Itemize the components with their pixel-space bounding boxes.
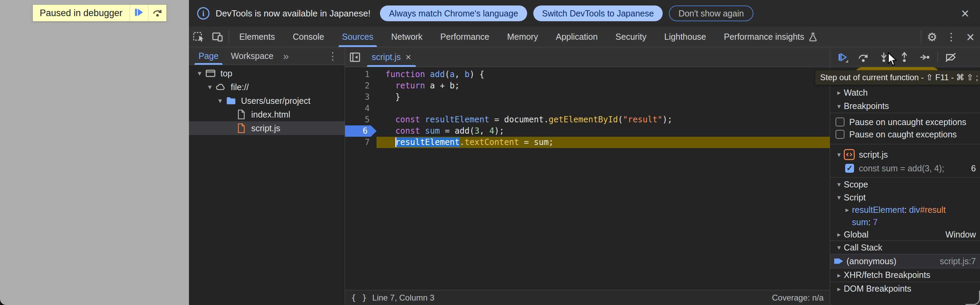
more-tabs-chevron-icon[interactable]: » <box>281 50 291 62</box>
xhr-breakpoints-header[interactable]: ▸XHR/fetch Breakpoints <box>830 268 980 282</box>
scope-script-group[interactable]: ▾Script <box>830 191 980 204</box>
tree-caret-icon[interactable]: ▾ <box>205 83 215 91</box>
devtools-main-toolbar: ElementsConsoleSourcesNetworkPerformance… <box>189 27 980 47</box>
resume-button[interactable] <box>834 50 852 65</box>
infobar-close-icon[interactable]: × <box>958 6 972 20</box>
code-line-2[interactable]: 2 return a + b; <box>345 80 830 91</box>
line-number-5[interactable]: 5 <box>345 114 377 125</box>
dom-breakpoints-header[interactable]: ▸DOM Breakpoints <box>830 282 980 295</box>
webpage-background: Paused in debugger <box>0 0 189 305</box>
scope-var-sum[interactable]: sum: 7 <box>830 216 980 228</box>
breakpoint-marker-line-6[interactable]: 6 <box>345 125 377 137</box>
line-content: } <box>377 91 830 103</box>
info-icon: i <box>197 7 210 19</box>
code-line-4[interactable]: 4 <box>345 103 830 114</box>
breakpoint-file-group[interactable]: ▾ script.js <box>830 148 980 161</box>
tab-label: Console <box>293 32 324 42</box>
scope-global-group[interactable]: ▸ Global Window <box>830 228 980 241</box>
breakpoint-list: ▾ script.js ✓ const sum = add(3, 4); 6 <box>830 144 980 177</box>
line-number-1[interactable]: 1 <box>345 69 377 80</box>
devtools-tabs: ElementsConsoleSourcesNetworkPerformance… <box>231 27 827 47</box>
breakpoint-entry-row[interactable]: ✓ const sum = add(3, 4); 6 <box>830 161 980 175</box>
kebab-menu-icon[interactable]: ⋮ <box>942 27 961 47</box>
callstack-frame-row[interactable]: (anonymous) script.js:7 <box>830 254 980 268</box>
tree-item-index-html[interactable]: index.html <box>189 108 345 121</box>
line-number-4[interactable]: 4 <box>345 103 377 114</box>
tree-item-label: Users/user/project <box>241 96 310 106</box>
tree-caret-icon[interactable]: ▾ <box>215 97 225 105</box>
tab-page[interactable]: Page <box>194 47 223 65</box>
tree-item-label: script.js <box>251 123 280 133</box>
step-over-icon <box>152 7 163 19</box>
tree-item-users-user-project[interactable]: ▾Users/user/project <box>189 94 345 108</box>
resume-icon <box>134 7 144 19</box>
tab-label: Elements <box>239 32 275 42</box>
step-over-button[interactable] <box>854 50 872 65</box>
tree-item-script-js[interactable]: script.js <box>189 121 345 135</box>
tab-sources[interactable]: Sources <box>333 27 382 47</box>
tab-security[interactable]: Security <box>606 27 655 47</box>
code-line-1[interactable]: 1function add(a, b) { <box>345 69 830 80</box>
tab-network[interactable]: Network <box>382 27 432 47</box>
line-content: return a + b; <box>377 80 830 91</box>
pause-caught-exceptions-row[interactable]: Pause on caught exceptions <box>830 128 980 141</box>
folder-icon <box>225 95 237 107</box>
match-chrome-language-button[interactable]: Always match Chrome's language <box>380 5 527 21</box>
tab-label: Performance <box>440 32 489 42</box>
tree-item-label: index.html <box>251 110 290 120</box>
debugger-sidebar: ▸Watch ▾Breakpoints Pause on uncaught ex… <box>830 47 980 305</box>
step-into-button[interactable] <box>875 50 893 65</box>
navigator-kebab-icon[interactable]: ⋮ <box>326 50 340 62</box>
tab-application[interactable]: Application <box>547 27 606 47</box>
code-line-5[interactable]: 5 const resultElement = document.getElem… <box>345 114 830 125</box>
code-line-3[interactable]: 3 } <box>345 91 830 103</box>
scope-section-header[interactable]: ▾Scope <box>830 177 980 191</box>
tab-performance[interactable]: Performance <box>431 27 498 47</box>
toggle-navigator-icon[interactable] <box>345 47 365 67</box>
step-out-tooltip: Step out of current function - ⇧ F11 - ⌘… <box>815 70 980 85</box>
breakpoint-line-number: 6 <box>971 163 976 173</box>
uncaught-checkbox[interactable] <box>835 118 845 126</box>
inspect-element-icon[interactable] <box>189 27 208 47</box>
tree-item-file-[interactable]: ▾file:// <box>189 80 345 94</box>
watch-section-header[interactable]: ▸Watch <box>830 86 980 99</box>
scope-var-resultelement[interactable]: ▸ resultElement: div#result <box>830 204 980 216</box>
tab-elements[interactable]: Elements <box>231 27 284 47</box>
tree-item-top[interactable]: ▾top <box>189 67 345 80</box>
device-toolbar-icon[interactable] <box>208 27 227 47</box>
step-button[interactable] <box>916 50 934 65</box>
pause-uncaught-exceptions-row[interactable]: Pause on uncaught exceptions <box>830 116 980 128</box>
deactivate-breakpoints-button[interactable] <box>941 50 960 65</box>
tree-caret-icon[interactable]: ▾ <box>194 69 205 77</box>
step-over-banner-button[interactable] <box>148 5 166 21</box>
code-line-7[interactable]: 7 resultElement.textContent = sum; <box>345 137 830 148</box>
step-out-button[interactable] <box>895 50 913 65</box>
code-area[interactable]: 1function add(a, b) {2 return a + b;3 }4… <box>345 67 830 290</box>
line-number-2[interactable]: 2 <box>345 80 377 91</box>
tab-lighthouse[interactable]: Lighthouse <box>655 27 715 47</box>
code-editor-pane: script.js × 1function add(a, b) {2 retur… <box>345 47 830 305</box>
tab-console[interactable]: Console <box>284 27 333 47</box>
pretty-print-icon[interactable]: { } <box>351 293 368 302</box>
tab-workspace[interactable]: Workspace <box>226 47 278 65</box>
line-number-3[interactable]: 3 <box>345 91 377 103</box>
callstack-section-header[interactable]: ▾Call Stack <box>830 241 980 254</box>
resume-script-button[interactable] <box>129 5 148 21</box>
switch-devtools-japanese-button[interactable]: Switch DevTools to Japanese <box>533 5 663 21</box>
line-content: function add(a, b) { <box>377 69 830 80</box>
dont-show-again-button[interactable]: Don't show again <box>669 5 753 21</box>
tab-memory[interactable]: Memory <box>498 27 547 47</box>
line-number-7[interactable]: 7 <box>345 137 377 148</box>
close-devtools-icon[interactable]: × <box>961 27 980 47</box>
editor-tab-label: script.js <box>372 52 401 62</box>
breakpoint-checkbox[interactable]: ✓ <box>845 164 854 173</box>
settings-gear-icon[interactable]: ⚙ <box>923 27 942 47</box>
editor-tab-close-icon[interactable]: × <box>406 52 411 63</box>
tree-item-label: file:// <box>231 82 249 92</box>
breakpoints-section-header[interactable]: ▾Breakpoints <box>830 99 980 113</box>
tab-performance-insights[interactable]: Performance insights <box>715 27 827 47</box>
code-line-6[interactable]: 6 const sum = add(3, 4); <box>345 125 830 137</box>
caught-checkbox[interactable] <box>835 130 845 139</box>
editor-tab-script-js[interactable]: script.js × <box>365 47 418 67</box>
devtools-window: i DevTools is now available in Japanese!… <box>189 0 980 305</box>
